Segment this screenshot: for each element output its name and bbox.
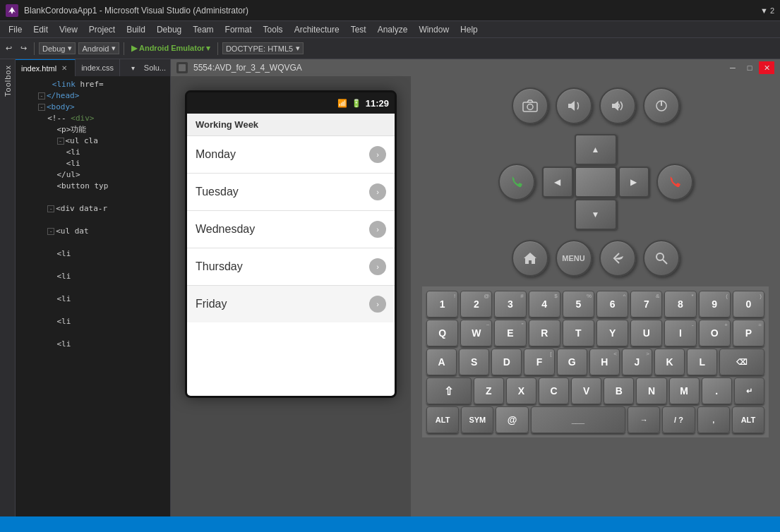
key-h[interactable]: H< [589, 349, 620, 375]
key-j[interactable]: J> [622, 349, 652, 375]
key-f[interactable]: F[ [524, 349, 554, 375]
key-o[interactable]: O+ [699, 320, 731, 346]
key-v[interactable]: V [571, 377, 601, 404]
search-btn[interactable] [643, 240, 680, 277]
key-r[interactable]: R [529, 320, 560, 346]
key-5[interactable]: 5% [563, 291, 594, 318]
menu-item-help[interactable]: Help [455, 23, 484, 36]
tab-overflow-btn[interactable]: ▾ [127, 59, 140, 76]
key-at[interactable]: @ [496, 406, 528, 433]
toolbar-undo-btn[interactable]: ↩ [3, 42, 15, 54]
key-m[interactable]: M [669, 377, 700, 404]
emulator-maximize-btn[interactable]: □ [742, 61, 757, 74]
menu-item-edit[interactable]: Edit [28, 23, 54, 36]
day-item-tuesday[interactable]: Tuesday › [187, 174, 395, 211]
key-e[interactable]: E" [494, 320, 526, 346]
key-k[interactable]: K [654, 349, 685, 375]
end-call-btn[interactable] [656, 164, 693, 200]
volume-up-btn[interactable] [599, 87, 636, 124]
dpad-right-btn[interactable]: ▶ [618, 167, 649, 198]
menu-item-view[interactable]: View [54, 23, 83, 36]
tab-close-index-html[interactable]: ✕ [59, 64, 69, 73]
menu-item-file[interactable]: File [3, 23, 28, 36]
key-alt-left[interactable]: ALT [426, 406, 459, 433]
debug-config-dropdown[interactable]: Debug ▾ [39, 42, 76, 54]
key-p[interactable]: P= [733, 320, 764, 346]
day-item-wednesday[interactable]: Wednesday › [187, 211, 395, 248]
key-shift[interactable]: ⇧ [426, 377, 472, 404]
menu-item-architecture[interactable]: Architecture [289, 23, 345, 36]
key-8[interactable]: 8* [664, 291, 696, 318]
key-alt-right[interactable]: ALT [732, 406, 764, 433]
collapse-btn[interactable]: - [57, 138, 64, 145]
key-backspace[interactable]: ⌫ [719, 349, 764, 375]
menu-item-team[interactable]: Team [187, 23, 219, 36]
tab-index-css[interactable]: index.css [76, 59, 120, 76]
key-z[interactable]: Z [474, 377, 504, 404]
dpad-down-btn[interactable]: ▼ [575, 199, 617, 230]
key-x[interactable]: X [506, 377, 536, 404]
menu-item-test[interactable]: Test [345, 23, 372, 36]
platform-dropdown[interactable]: Android ▾ [78, 42, 119, 54]
key-2[interactable]: 2@ [460, 291, 492, 318]
power-btn[interactable] [643, 87, 680, 124]
key-sym[interactable]: SYM [461, 406, 493, 433]
key-1[interactable]: 1! [426, 291, 458, 318]
collapse-btn[interactable]: - [47, 228, 54, 235]
key-enter[interactable]: ↵ [734, 377, 764, 404]
key-7[interactable]: 7& [630, 291, 662, 318]
call-btn[interactable] [498, 164, 535, 200]
emulator-close-btn[interactable]: ✕ [759, 61, 774, 74]
key-slash-question[interactable]: / ? [662, 406, 695, 433]
emulator-minimize-btn[interactable]: ─ [725, 61, 740, 74]
day-item-monday[interactable]: Monday › [187, 136, 395, 174]
day-item-thursday[interactable]: Thursday › [187, 248, 395, 286]
menu-btn[interactable]: MENU [556, 240, 592, 277]
key-arrow-right[interactable]: → [628, 406, 660, 433]
key-u[interactable]: U [630, 320, 662, 346]
key-a[interactable]: A [426, 349, 457, 375]
dpad-up-btn[interactable]: ▲ [575, 134, 617, 165]
menu-item-debug[interactable]: Debug [151, 23, 187, 36]
menu-item-format[interactable]: Format [220, 23, 258, 36]
key-6[interactable]: 6^ [596, 291, 628, 318]
key-y[interactable]: Y [596, 320, 628, 346]
key-period[interactable]: . [702, 377, 732, 404]
menu-item-project[interactable]: Project [83, 23, 121, 36]
key-c[interactable]: C [539, 377, 569, 404]
dpad-left-btn[interactable]: ◀ [542, 167, 573, 198]
solution-explorer-btn[interactable]: Solu... [140, 64, 170, 72]
key-q[interactable]: Q [426, 320, 458, 346]
key-g[interactable]: G [557, 349, 587, 375]
key-9[interactable]: 9( [699, 291, 731, 318]
run-button[interactable]: ▶ Android Emulator ▾ [128, 42, 213, 54]
key-space[interactable]: ___ [531, 406, 626, 433]
menu-item-analyze[interactable]: Analyze [372, 23, 414, 36]
key-d[interactable]: D [491, 349, 522, 375]
toolbar-redo-btn[interactable]: ↪ [18, 42, 30, 54]
key-comma[interactable]: , [697, 406, 730, 433]
collapse-btn[interactable]: - [38, 104, 45, 111]
menu-item-tools[interactable]: Tools [258, 23, 289, 36]
dpad-center-btn[interactable] [575, 167, 617, 198]
key-s[interactable]: S [459, 349, 489, 375]
collapse-btn[interactable]: - [38, 92, 45, 99]
key-l[interactable]: L [687, 349, 717, 375]
key-4[interactable]: 4$ [529, 291, 560, 318]
key-0[interactable]: 0) [733, 291, 764, 318]
day-item-friday[interactable]: Friday › [187, 286, 395, 322]
key-t[interactable]: T [563, 320, 594, 346]
home-btn[interactable] [512, 240, 548, 277]
menu-item-window[interactable]: Window [413, 23, 455, 36]
doctype-dropdown[interactable]: DOCTYPE: HTML5 ▾ [222, 42, 304, 54]
collapse-btn[interactable]: - [47, 205, 54, 212]
key-3[interactable]: 3# [494, 291, 526, 318]
back-btn[interactable] [599, 240, 636, 277]
key-n[interactable]: N [636, 377, 666, 404]
menu-item-build[interactable]: Build [121, 23, 151, 36]
camera-btn[interactable] [512, 87, 548, 124]
key-w[interactable]: W~ [460, 320, 492, 346]
key-i[interactable]: I- [664, 320, 696, 346]
tab-index-html[interactable]: index.html ✕ [16, 59, 76, 76]
key-b[interactable]: B [604, 377, 634, 404]
